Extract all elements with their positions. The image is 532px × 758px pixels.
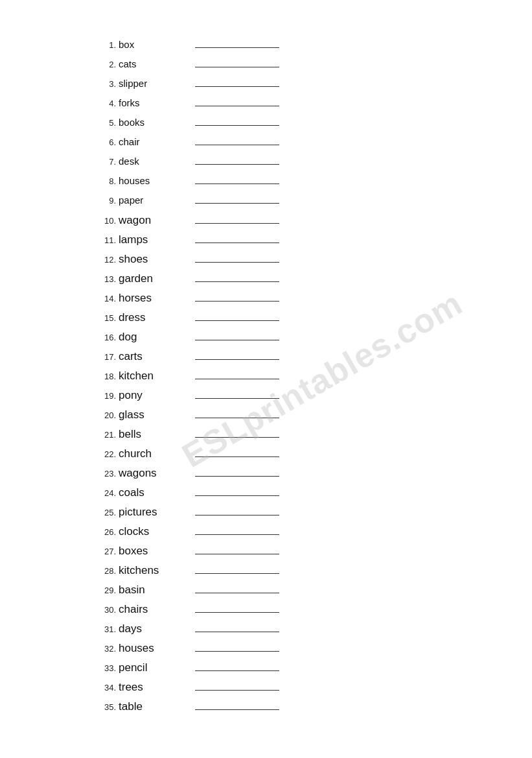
answer-line bbox=[195, 709, 279, 710]
item-number: 5. bbox=[100, 118, 119, 128]
item-word: pencil bbox=[119, 661, 183, 674]
answer-line bbox=[195, 593, 279, 593]
item-word: desk bbox=[119, 156, 183, 167]
list-item: 29.basin bbox=[100, 584, 532, 600]
item-number: 23. bbox=[100, 469, 119, 479]
item-word: chair bbox=[119, 136, 183, 147]
list-item: 18.kitchen bbox=[100, 370, 532, 386]
answer-line bbox=[195, 47, 279, 48]
answer-line bbox=[195, 554, 279, 554]
answer-line bbox=[195, 359, 279, 360]
item-word: coals bbox=[119, 486, 183, 499]
list-item: 17.carts bbox=[100, 350, 532, 367]
list-item: 12.shoes bbox=[100, 253, 532, 270]
item-number: 10. bbox=[100, 216, 119, 226]
answer-line bbox=[195, 398, 279, 399]
answer-line bbox=[195, 320, 279, 321]
item-number: 1. bbox=[100, 40, 119, 50]
item-number: 21. bbox=[100, 430, 119, 440]
list-item: 19.pony bbox=[100, 389, 532, 406]
item-word: kitchen bbox=[119, 370, 183, 383]
item-number: 12. bbox=[100, 255, 119, 265]
item-number: 13. bbox=[100, 274, 119, 284]
item-number: 11. bbox=[100, 235, 119, 245]
item-word: shoes bbox=[119, 253, 183, 266]
answer-line bbox=[195, 476, 279, 477]
item-word: church bbox=[119, 447, 183, 460]
answer-line bbox=[195, 651, 279, 652]
item-word: forks bbox=[119, 97, 183, 108]
answer-line bbox=[195, 281, 279, 282]
list-item: 32.houses bbox=[100, 642, 532, 659]
answer-line bbox=[195, 573, 279, 574]
answer-line bbox=[195, 184, 279, 184]
item-word: wagons bbox=[119, 467, 183, 480]
list-item: 2.cats bbox=[100, 58, 532, 75]
list-item: 13.garden bbox=[100, 272, 532, 289]
list-item: 31.days bbox=[100, 622, 532, 639]
item-word: box bbox=[119, 39, 183, 50]
list-item: 26.clocks bbox=[100, 525, 532, 542]
item-word: lamps bbox=[119, 233, 183, 246]
answer-line bbox=[195, 67, 279, 67]
item-number: 25. bbox=[100, 508, 119, 517]
item-word: houses bbox=[119, 642, 183, 655]
item-word: garden bbox=[119, 272, 183, 285]
item-number: 19. bbox=[100, 391, 119, 401]
answer-line bbox=[195, 223, 279, 224]
answer-line bbox=[195, 632, 279, 632]
item-number: 3. bbox=[100, 79, 119, 89]
answer-line bbox=[195, 106, 279, 106]
item-word: pony bbox=[119, 389, 183, 402]
item-word: clocks bbox=[119, 525, 183, 538]
item-number: 7. bbox=[100, 157, 119, 167]
item-number: 15. bbox=[100, 313, 119, 323]
answer-line bbox=[195, 495, 279, 496]
list-item: 3.slipper bbox=[100, 78, 532, 95]
list-item: 28.kitchens bbox=[100, 564, 532, 581]
item-word: carts bbox=[119, 350, 183, 363]
answer-line bbox=[195, 86, 279, 87]
item-word: wagon bbox=[119, 214, 183, 227]
list-item: 15.dress bbox=[100, 311, 532, 328]
list-item: 4.forks bbox=[100, 97, 532, 114]
list-item: 16.dog bbox=[100, 331, 532, 348]
list-item: 9.paper bbox=[100, 195, 532, 211]
item-word: basin bbox=[119, 584, 183, 597]
item-number: 31. bbox=[100, 624, 119, 634]
item-word: dog bbox=[119, 331, 183, 344]
item-number: 16. bbox=[100, 333, 119, 342]
item-word: chairs bbox=[119, 603, 183, 616]
item-word: kitchens bbox=[119, 564, 183, 577]
answer-line bbox=[195, 262, 279, 263]
item-number: 35. bbox=[100, 702, 119, 712]
list-item: 11.lamps bbox=[100, 233, 532, 250]
answer-line bbox=[195, 612, 279, 613]
item-number: 22. bbox=[100, 449, 119, 459]
item-number: 28. bbox=[100, 566, 119, 576]
item-number: 18. bbox=[100, 372, 119, 381]
answer-line bbox=[195, 301, 279, 302]
list-item: 35.table bbox=[100, 700, 532, 717]
list-item: 25.pictures bbox=[100, 506, 532, 523]
item-number: 2. bbox=[100, 60, 119, 69]
answer-line bbox=[195, 690, 279, 691]
answer-line bbox=[195, 515, 279, 515]
item-word: houses bbox=[119, 175, 183, 186]
list-item: 7.desk bbox=[100, 156, 532, 172]
item-word: dress bbox=[119, 311, 183, 324]
main-content: 1.box2.cats3.slipper4.forks5.books6.chai… bbox=[0, 0, 532, 758]
answer-line bbox=[195, 243, 279, 243]
item-word: glass bbox=[119, 409, 183, 421]
item-word: cats bbox=[119, 58, 183, 69]
answer-line bbox=[195, 534, 279, 535]
item-number: 34. bbox=[100, 683, 119, 693]
item-number: 14. bbox=[100, 294, 119, 303]
list-item: 20.glass bbox=[100, 409, 532, 425]
word-list: 1.box2.cats3.slipper4.forks5.books6.chai… bbox=[100, 39, 532, 717]
answer-line bbox=[195, 203, 279, 204]
answer-line bbox=[195, 456, 279, 457]
item-number: 8. bbox=[100, 176, 119, 186]
list-item: 5.books bbox=[100, 117, 532, 134]
item-word: slipper bbox=[119, 78, 183, 89]
